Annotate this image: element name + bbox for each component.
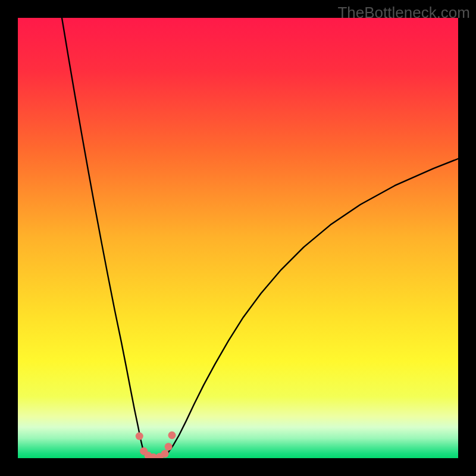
bottleneck-curve	[62, 18, 458, 458]
highlight-marker	[168, 431, 176, 439]
highlight-marker	[136, 433, 143, 440]
chart-frame: TheBottleneck.com	[0, 0, 476, 476]
curve-layer	[18, 18, 458, 458]
highlight-marker	[161, 450, 169, 458]
watermark-text: TheBottleneck.com	[337, 4, 470, 22]
plot-area	[18, 18, 458, 458]
highlight-marker	[165, 443, 173, 450]
